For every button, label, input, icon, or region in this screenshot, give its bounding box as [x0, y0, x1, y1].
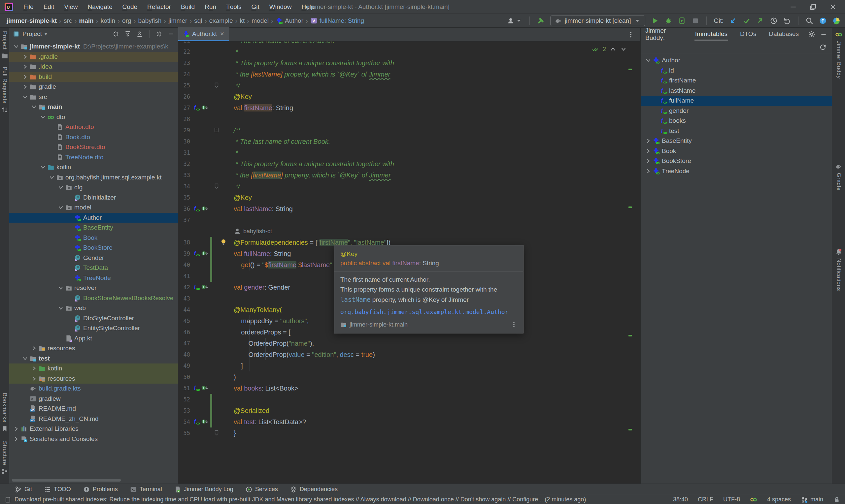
- locate-icon[interactable]: [112, 30, 120, 38]
- chev-r-icon[interactable]: [645, 147, 652, 155]
- tree-item-main[interactable]: main: [9, 102, 178, 112]
- tree-item-org-babyfish-jimmer-sql-example-kt[interactable]: org.babyfish.jimmer.sql.example.kt: [9, 173, 178, 183]
- breadcrumb-item[interactable]: model: [250, 17, 270, 24]
- prop-icon[interactable]: f: [193, 384, 200, 392]
- tree-item-readme-zh-cn-md[interactable]: MDREADME_zh_CN.md: [9, 414, 178, 424]
- user-button[interactable]: [507, 17, 523, 24]
- tree-item-model[interactable]: model: [9, 202, 178, 213]
- chev-d-icon[interactable]: [48, 174, 55, 181]
- tree-item-test[interactable]: ftest: [641, 126, 832, 136]
- menu-tools[interactable]: Tools: [221, 0, 246, 14]
- tree-item-resolver[interactable]: resolver: [9, 283, 178, 293]
- code-line-30[interactable]: 30 * The last name of current Book.: [178, 136, 640, 147]
- chev-r-icon[interactable]: [645, 157, 652, 165]
- tree-item-app-kt[interactable]: App.kt: [9, 334, 178, 344]
- status-utf-8[interactable]: UTF-8: [723, 496, 740, 503]
- impl-icon[interactable]: I: [201, 250, 209, 257]
- code-line-32[interactable]: 32 * This property forms a unique constr…: [178, 158, 640, 169]
- tree-item-id[interactable]: fid: [641, 66, 832, 76]
- settings-icon[interactable]: [156, 30, 163, 38]
- tree-item-kotlin[interactable]: kotlin: [9, 363, 178, 374]
- code-line-48[interactable]: 48 OrderedProp(value = "edition", desc =…: [178, 349, 640, 360]
- git-rollback-button[interactable]: [783, 17, 791, 25]
- stop-button[interactable]: [691, 17, 700, 25]
- status-4-spaces[interactable]: 4 spaces: [767, 496, 791, 503]
- impl-icon[interactable]: I: [201, 205, 209, 212]
- vcs-stripe-mark[interactable]: [629, 69, 632, 70]
- git-commit-button[interactable]: [743, 17, 751, 25]
- tree-item-bookstore-dto[interactable]: BookStore.dto: [9, 142, 178, 152]
- breadcrumb-item[interactable]: jimmer-simple-kt: [5, 17, 58, 24]
- tab-options-icon[interactable]: [627, 30, 634, 39]
- tree-item-book-dto[interactable]: Book.dto: [9, 132, 178, 143]
- status-crlf[interactable]: CRLF: [698, 496, 713, 503]
- fold-marker-icon[interactable]: [213, 430, 220, 436]
- maximize-icon[interactable]: [809, 3, 816, 11]
- chev-r-icon[interactable]: [13, 425, 20, 432]
- tree-item-book[interactable]: Book: [641, 146, 832, 156]
- breadcrumb-item[interactable]: example: [208, 17, 234, 24]
- tree-item-bookstore[interactable]: BookStore: [641, 156, 832, 166]
- chev-r-icon[interactable]: [21, 73, 29, 80]
- project-panel-title[interactable]: Project: [22, 30, 42, 38]
- code-line-25[interactable]: 25 */: [178, 80, 640, 91]
- tree-item-treenode[interactable]: TreeNode: [641, 166, 832, 177]
- chev-r-icon[interactable]: [30, 345, 38, 352]
- tab-dtos[interactable]: DTOs: [739, 29, 757, 40]
- chev-d-icon[interactable]: [645, 57, 652, 64]
- impl-icon[interactable]: I: [201, 418, 209, 425]
- tree-item-build-gradle-kts[interactable]: build.gradle.kts: [9, 384, 178, 394]
- tree-item-resources[interactable]: resources: [9, 343, 178, 354]
- chev-d-icon[interactable]: [57, 204, 64, 211]
- code-line-33[interactable]: 33 * the [firstName] property, which is …: [178, 169, 640, 181]
- tree-item-testdata[interactable]: TestData: [9, 263, 178, 273]
- tree-item-src[interactable]: src: [9, 92, 178, 102]
- stripe-button-gradle[interactable]: Gradle: [835, 163, 842, 191]
- menu-window[interactable]: Window: [264, 0, 297, 14]
- tree-item-treenode-dto[interactable]: TreeNode.dto: [9, 152, 178, 163]
- status-message[interactable]: Download pre-built shared indexes: Reduc…: [15, 496, 586, 503]
- expand-all-icon[interactable]: [124, 30, 131, 38]
- tree-item--idea[interactable]: .idea: [9, 62, 178, 72]
- tree-item-external-libraries[interactable]: External Libraries: [9, 424, 178, 434]
- search-button[interactable]: [805, 17, 813, 25]
- collapse-all-icon[interactable]: [136, 30, 143, 38]
- chev-d-icon[interactable]: [39, 113, 47, 121]
- tool-window-switcher-icon[interactable]: [5, 497, 11, 503]
- stripe-button-structure[interactable]: Structure: [1, 441, 8, 475]
- breadcrumb-item[interactable]: org: [121, 17, 133, 24]
- tab-immutables[interactable]: Immutables: [694, 29, 728, 40]
- stripe-button-pull-requests[interactable]: Pull Requests: [1, 67, 8, 113]
- toolwindow-git[interactable]: Git: [15, 486, 32, 493]
- code-line-54[interactable]: 54fIval test: List<TestData>?: [178, 416, 640, 428]
- chev-d-icon[interactable]: [57, 284, 64, 292]
- chev-r-icon[interactable]: [21, 53, 29, 60]
- code-line-22[interactable]: 22 *: [178, 46, 640, 57]
- code-line-49[interactable]: 49 ]: [178, 360, 640, 372]
- tree-item-bookstore[interactable]: BookStore: [9, 243, 178, 253]
- stripe-button-project[interactable]: Project: [1, 31, 8, 59]
- menu-code[interactable]: Code: [118, 0, 142, 14]
- popup-class-link[interactable]: org.babyfish.jimmer.sql.example.kt.model…: [340, 307, 517, 317]
- hide-icon[interactable]: [168, 30, 175, 38]
- code-line-27[interactable]: 27fIval firstName: String: [178, 102, 640, 113]
- code-line-53[interactable]: 53@Serialized: [178, 405, 640, 416]
- breadcrumb-item[interactable]: kt: [238, 17, 246, 24]
- breadcrumb-item[interactable]: jimmer: [167, 17, 189, 24]
- chev-r-icon[interactable]: [30, 375, 38, 382]
- menu-refactor[interactable]: Refactor: [142, 0, 176, 14]
- chev-r-icon[interactable]: [21, 83, 29, 90]
- chev-d-icon[interactable]: [30, 103, 38, 110]
- tree-item-readme-md[interactable]: MDREADME.md: [9, 404, 178, 414]
- gradient-sphere-button[interactable]: [832, 17, 840, 25]
- code-line-51[interactable]: 51fIval books: List<Book>: [178, 383, 640, 394]
- run-configuration-select[interactable]: jimmer-simple-kt [clean]: [550, 16, 646, 26]
- stripe-button-bookmarks[interactable]: Bookmarks: [1, 393, 8, 432]
- tree-item-treenode[interactable]: TreeNode: [9, 273, 178, 283]
- debug-button[interactable]: [665, 17, 672, 25]
- tree-item-dtostylecontroller[interactable]: DtoStyleController: [9, 313, 178, 324]
- prop-icon[interactable]: f: [193, 205, 200, 212]
- code-line-23[interactable]: 23 * This property forms a unique constr…: [178, 57, 640, 69]
- tree-item-books[interactable]: fbooks: [641, 116, 832, 126]
- chev-d-icon[interactable]: [21, 93, 29, 101]
